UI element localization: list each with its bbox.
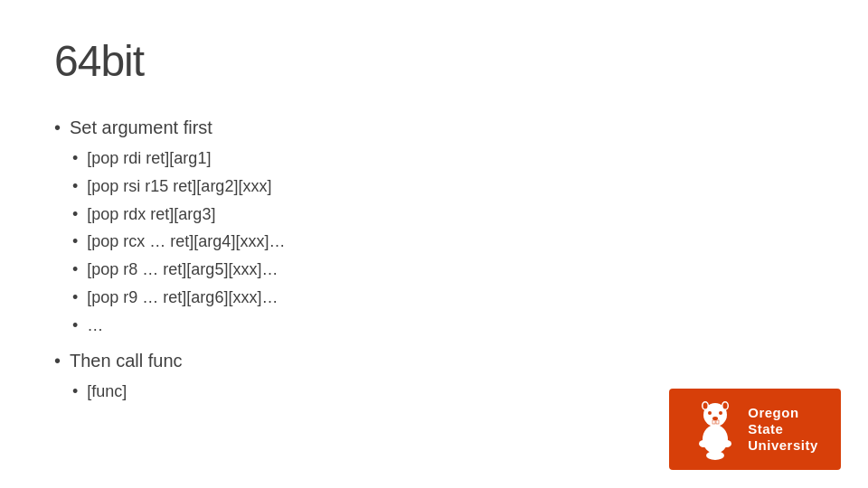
bullet-marker: •: [72, 257, 78, 283]
item-text: [pop rsi r15 ret][arg2][xxx]: [87, 174, 271, 200]
item-text: [pop r8 … ret][arg5][xxx]…: [87, 257, 278, 283]
list-item: • [pop r9 … ret][arg6][xxx]…: [72, 285, 814, 311]
section2-label: Then call func: [70, 346, 183, 375]
svg-point-7: [712, 417, 718, 420]
bullet-marker: •: [72, 174, 78, 200]
osu-logo: Oregon State University: [669, 389, 841, 470]
item-text: [pop rcx … ret][arg4][xxx]…: [87, 229, 285, 255]
list-item: • [pop rdi ret][arg1]: [72, 145, 814, 172]
bullet-marker: •: [72, 285, 78, 311]
item-text: …: [87, 313, 103, 339]
section1-items: • [pop rdi ret][arg1] • [pop rsi r15 ret…: [72, 145, 814, 339]
list-item: • [pop rcx … ret][arg4][xxx]…: [72, 229, 814, 255]
list-item: • [pop r8 … ret][arg5][xxx]…: [72, 257, 814, 283]
bullet-marker: •: [72, 145, 78, 172]
svg-point-12: [699, 440, 708, 447]
item-text: [pop rdi ret][arg1]: [87, 145, 211, 172]
item-text: [pop rdx ret][arg3]: [87, 202, 215, 228]
slide: 64bit • Set argument first • [pop rdi re…: [0, 0, 868, 488]
svg-point-11: [706, 451, 724, 460]
bullet-marker: •: [72, 313, 78, 339]
svg-point-6: [719, 411, 722, 415]
svg-point-5: [708, 411, 712, 415]
list-item: • …: [72, 313, 814, 339]
bullet-marker-2: •: [54, 346, 61, 375]
svg-point-3: [703, 403, 708, 409]
section1-heading: • Set argument first: [54, 113, 814, 142]
section1-label: Set argument first: [70, 113, 212, 142]
section2-heading: • Then call func: [54, 346, 814, 375]
osu-line2: State: [748, 421, 783, 437]
slide-title: 64bit: [54, 36, 814, 86]
item-text: [func]: [87, 379, 127, 405]
osu-text-block: Oregon State University: [748, 405, 818, 454]
bullet-marker: •: [72, 379, 78, 405]
osu-line1: Oregon: [748, 405, 798, 421]
bullet-marker: •: [72, 202, 78, 228]
osu-line3: University: [748, 437, 818, 454]
svg-point-10: [703, 425, 728, 454]
item-text: [pop r9 … ret][arg6][xxx]…: [87, 285, 278, 311]
list-item: • [pop rdx ret][arg3]: [72, 202, 814, 228]
bullet-marker-1: •: [54, 113, 61, 142]
list-item: • [pop rsi r15 ret][arg2][xxx]: [72, 174, 814, 200]
osu-beaver-icon: [692, 399, 739, 460]
svg-point-4: [723, 403, 728, 409]
svg-point-13: [722, 440, 731, 447]
svg-rect-8: [712, 420, 715, 424]
svg-rect-9: [716, 420, 719, 424]
bullet-marker: •: [72, 229, 78, 255]
main-content: • Set argument first • [pop rdi ret][arg…: [54, 113, 814, 404]
